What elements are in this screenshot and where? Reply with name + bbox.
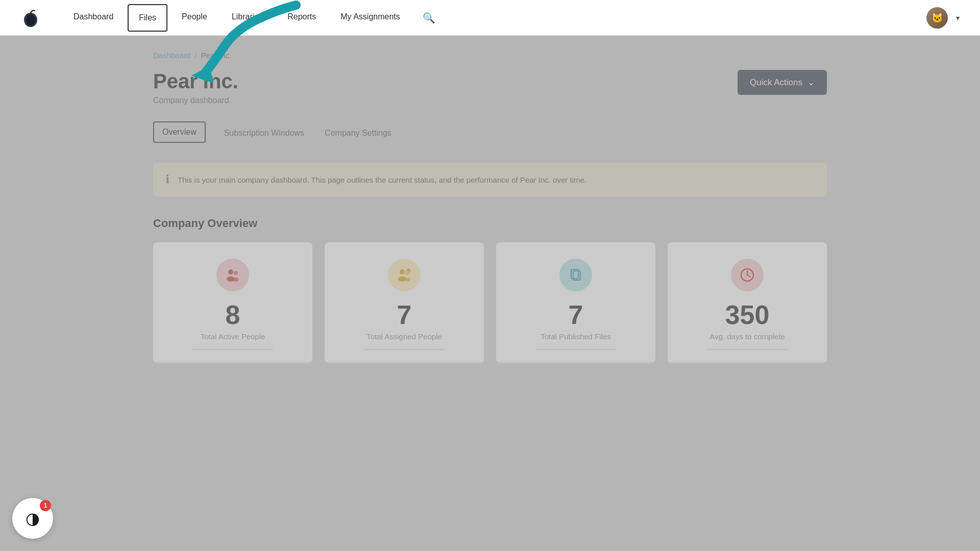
stat-label-avg-days: Avg. days to complete [709,332,785,341]
svg-text:+: + [407,270,409,273]
quick-actions-label: Quick Actions [750,78,802,88]
svg-point-1 [26,14,35,26]
nav-people[interactable]: People [169,0,219,36]
svg-point-6 [233,278,239,282]
stat-number-active-people: 8 [226,302,240,328]
nav-libraries[interactable]: Libraries [219,0,275,36]
stat-label-active-people: Total Active People [201,332,265,341]
stat-number-assigned-people: 7 [397,302,412,328]
stats-grid: 8 Total Active People + 7 To [153,242,827,364]
stat-divider-4 [707,349,788,350]
svg-point-3 [228,269,233,274]
stat-divider-2 [364,349,445,350]
quick-actions-button[interactable]: Quick Actions ⌄ [738,70,827,95]
info-icon: ℹ [165,173,169,186]
nav-right: 🐱 ▾ [926,7,960,29]
stat-divider-3 [535,349,616,350]
svg-point-7 [400,269,405,274]
info-text: This is your main company dashboard. Thi… [178,176,586,184]
stat-icon-published-files [559,259,592,291]
stat-icon-avg-days [731,259,764,291]
stat-card-avg-days: 350 Avg. days to complete [668,242,827,364]
svg-point-10 [404,278,410,282]
stat-icon-active-people [216,259,249,291]
bottom-widget[interactable]: 1 ◑ [12,498,53,539]
search-icon[interactable]: 🔍 [423,12,435,24]
quick-actions-chevron-icon: ⌄ [807,77,815,88]
stat-card-total-active-people: 8 Total Active People [153,242,312,364]
company-overview-section: Company Overview 8 Total Active People [153,217,827,364]
breadcrumb-current: Pear Inc. [201,51,232,60]
app-logo[interactable] [20,8,41,28]
svg-line-17 [747,275,750,277]
page-title-group: Pear Inc. Company dashboard [153,70,238,105]
user-dropdown-chevron[interactable]: ▾ [956,14,960,22]
page-title: Pear Inc. [153,70,238,93]
stat-label-assigned-people: Total Assigned People [366,332,442,341]
stat-icon-assigned-people: + [388,259,421,291]
page-header: Pear Inc. Company dashboard Quick Action… [153,70,827,105]
avatar[interactable]: 🐱 [926,7,948,29]
svg-point-4 [234,271,238,275]
breadcrumb-separator: / [194,51,197,60]
breadcrumb: Dashboard / Pear Inc. [153,51,827,60]
stat-number-published-files: 7 [569,302,583,328]
tab-subscription-windows[interactable]: Subscription Windows [222,122,306,145]
nav-my-assignments[interactable]: My Assignments [328,0,412,36]
stat-card-total-published-files: 7 Total Published Files [496,242,655,364]
tab-overview[interactable]: Overview [153,121,206,143]
stat-divider [192,349,273,350]
nav-reports[interactable]: Reports [275,0,328,36]
widget-badge: 1 [40,500,51,511]
main-content: Dashboard / Pear Inc. Pear Inc. Company … [122,36,857,379]
nav-links: Dashboard Files People Libraries Reports… [61,0,926,36]
nav-dashboard[interactable]: Dashboard [61,0,126,36]
info-banner: ℹ This is your main company dashboard. T… [153,163,827,196]
tab-company-settings[interactable]: Company Settings [323,122,394,145]
page-subtitle: Company dashboard [153,96,238,105]
stat-card-total-assigned-people: + 7 Total Assigned People [325,242,484,364]
stat-number-avg-days: 350 [725,302,770,328]
tabs: Overview Subscription Windows Company Se… [153,121,827,146]
stat-label-published-files: Total Published Files [541,332,611,341]
section-title: Company Overview [153,217,827,230]
breadcrumb-home[interactable]: Dashboard [153,51,190,60]
widget-icon: ◑ [26,509,40,528]
nav-files[interactable]: Files [128,4,167,32]
navbar: Dashboard Files People Libraries Reports… [0,0,980,36]
